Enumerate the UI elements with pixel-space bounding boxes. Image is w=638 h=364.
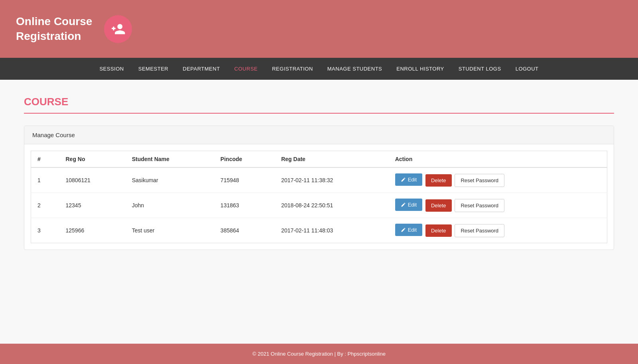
cell-num: 3: [31, 218, 59, 243]
nav-department[interactable]: DEPARTMENT: [175, 59, 227, 78]
cell-reg-date: 2017-02-11 11:48:03: [275, 218, 388, 243]
title-divider: [24, 113, 614, 114]
site-title: Online Course Registration: [16, 14, 92, 43]
cell-student-name: Sasikumar: [126, 167, 214, 193]
cell-action: Edit Delete Reset Password: [389, 218, 607, 243]
edit-icon: [401, 177, 406, 182]
delete-button[interactable]: Delete: [425, 224, 452, 237]
nav-enroll-history[interactable]: ENROLL HISTORY: [389, 59, 451, 78]
nav-semester[interactable]: SEMESTER: [131, 59, 176, 78]
reset-password-button[interactable]: Reset Password: [455, 199, 504, 212]
delete-button[interactable]: Delete: [425, 199, 452, 212]
nav-student-logs[interactable]: STUDENT LOGS: [451, 59, 508, 78]
page-header: Online Course Registration: [0, 0, 638, 58]
footer-text: © 2021 Online Course Registration | By :…: [252, 351, 386, 357]
cell-reg-no: 12345: [59, 193, 126, 218]
col-reg-date: Reg Date: [275, 151, 388, 168]
cell-pincode: 131863: [214, 193, 275, 218]
table-wrapper: # Reg No Student Name Pincode Reg Date A…: [24, 144, 614, 250]
nav-course[interactable]: COURSE: [227, 59, 265, 78]
cell-student-name: John: [126, 193, 214, 218]
cell-pincode: 385864: [214, 218, 275, 243]
main-navbar: SESSION SEMESTER DEPARTMENT COURSE REGIS…: [0, 58, 638, 80]
page-footer: © 2021 Online Course Registration | By :…: [0, 344, 638, 364]
cell-reg-no: 10806121: [59, 167, 126, 193]
edit-icon: [401, 202, 406, 207]
page-title: COURSE: [24, 96, 614, 108]
cell-action: Edit Delete Reset Password: [389, 167, 607, 193]
cell-student-name: Test user: [126, 218, 214, 243]
delete-button[interactable]: Delete: [425, 174, 452, 187]
table-row: 1 10806121 Sasikumar 715948 2017-02-11 1…: [31, 167, 607, 193]
table-header-row: # Reg No Student Name Pincode Reg Date A…: [31, 151, 607, 168]
cell-reg-date: 2017-02-11 11:38:32: [275, 167, 388, 193]
card-header: Manage Course: [24, 126, 614, 144]
col-action: Action: [389, 151, 607, 168]
col-reg-no: Reg No: [59, 151, 126, 168]
col-pincode: Pincode: [214, 151, 275, 168]
nav-logout[interactable]: LOGOUT: [508, 59, 546, 78]
nav-registration[interactable]: REGISTRATION: [265, 59, 320, 78]
cell-action: Edit Delete Reset Password: [389, 193, 607, 218]
cell-reg-no: 125966: [59, 218, 126, 243]
course-table: # Reg No Student Name Pincode Reg Date A…: [31, 151, 607, 243]
cell-pincode: 715948: [214, 167, 275, 193]
manage-course-card: Manage Course # Reg No Student Name Pinc…: [24, 126, 614, 250]
col-student-name: Student Name: [126, 151, 214, 168]
col-num: #: [31, 151, 59, 168]
add-user-icon: [110, 22, 126, 37]
reset-password-button[interactable]: Reset Password: [455, 224, 504, 237]
edit-button[interactable]: Edit: [395, 173, 422, 186]
nav-manage-students[interactable]: MANAGE STUDENTS: [320, 59, 390, 78]
add-user-icon-circle[interactable]: [104, 15, 132, 43]
cell-reg-date: 2018-08-24 22:50:51: [275, 193, 388, 218]
edit-button[interactable]: Edit: [395, 199, 422, 211]
table-row: 2 12345 John 131863 2018-08-24 22:50:51 …: [31, 193, 607, 218]
table-row: 3 125966 Test user 385864 2017-02-11 11:…: [31, 218, 607, 243]
edit-button[interactable]: Edit: [395, 224, 422, 236]
nav-session[interactable]: SESSION: [92, 59, 131, 78]
cell-num: 1: [31, 167, 59, 193]
main-content: COURSE Manage Course # Reg No Student Na…: [0, 80, 638, 344]
reset-password-button[interactable]: Reset Password: [455, 174, 504, 187]
edit-icon: [401, 227, 406, 232]
cell-num: 2: [31, 193, 59, 218]
